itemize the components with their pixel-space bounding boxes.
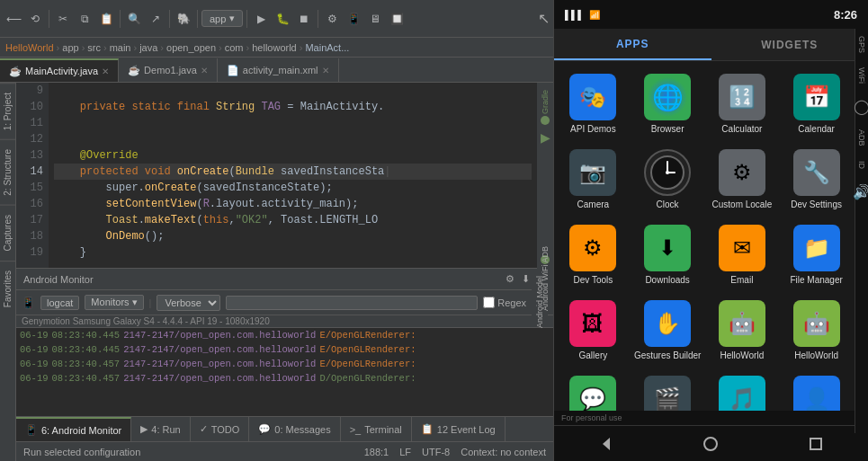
monitors-button[interactable]: Monitors ▾ [85,295,143,310]
app-item-calendar[interactable]: 📅 Calendar [781,68,852,140]
nav-home-button[interactable] [696,434,725,454]
close-tab-icon[interactable]: ✕ [102,66,109,76]
run-icon[interactable]: ▶ [251,9,271,29]
breadcrumb-item[interactable]: src [87,42,101,53]
device-icon[interactable]: 📱 [344,9,363,29]
app-item-movie-studio[interactable]: 🎬 Movie Studio [632,370,703,411]
app-item-file-manager[interactable]: 📁 File Manager [781,219,852,291]
app-item-gestures-builder[interactable]: ✋ Gestures Builder [632,295,703,367]
debug-icon[interactable]: 🐛 [273,9,292,29]
file-tab-demo1[interactable]: ☕ Demo1.java ✕ [119,58,218,82]
app-item-music[interactable]: 🎵 Music [707,370,778,411]
line-num-active: 14 [16,164,43,180]
app-item-custom-locale[interactable]: ⚙ Custom Locale [707,144,778,216]
sidebar-item-captures[interactable]: Captures [0,205,15,261]
volume-icon: 🔊 [853,183,868,200]
search-icon[interactable]: 🔍 [124,9,144,29]
breadcrumb-item[interactable]: app [62,42,78,53]
app-item-messaging[interactable]: 💬 Messaging [558,370,629,411]
monitor-download-icon[interactable]: ⬇ [522,273,530,285]
tab-label: 12 Event Log [437,424,496,435]
app-item-helloworld-1[interactable]: 🤖 HelloWorld [707,295,778,367]
android-app-tabs: APPS WIDGETS GPS WiFi ◯ ADB ID 🔊 [554,29,868,61]
find-icon[interactable]: ↗ [146,9,166,29]
app-item-camera[interactable]: 📷 Camera [558,144,629,216]
downloads-icon: ⬇ [644,225,691,271]
regex-label[interactable]: Regex [483,297,526,308]
nav-recents-button[interactable] [801,434,830,454]
app-item-downloads[interactable]: ⬇ Downloads [632,219,703,291]
app-item-dev-tools[interactable]: ⚙ Dev Tools [558,219,629,291]
close-tab-icon[interactable]: ✕ [322,66,329,75]
tab-run[interactable]: ▶ 4: Run [131,417,190,442]
monitor-gear-icon[interactable]: ⚙ [506,273,515,285]
sidebar-item-favorites[interactable]: Favorites [0,261,15,316]
cut-icon[interactable]: ✂ [53,9,73,29]
file-tab-label: Demo1.java [144,65,197,75]
breadcrumb-item[interactable]: com [225,42,244,53]
code-line: @Override [54,147,532,164]
app-item-email[interactable]: ✉ Email [707,219,778,291]
gps-label: GPS [857,36,866,53]
sdk-icon[interactable]: 🔲 [387,9,407,29]
logcat-button[interactable]: logcat [40,296,79,310]
tab-android-monitor[interactable]: 📱 6: Android Monitor [16,417,131,442]
file-tab-activity-main[interactable]: 📄 activity_main.xml ✕ [218,58,339,82]
code-line: } [54,244,532,261]
app-item-gallery[interactable]: 🖼 Gallery [558,295,629,367]
paste-icon[interactable]: 📋 [96,9,116,29]
breadcrumb-item[interactable]: helloworld [252,42,297,53]
code-editor[interactable]: 9 10 11 12 13 14 15 16 17 18 19 private … [16,83,553,268]
copy-icon[interactable]: ⧉ [75,9,94,29]
file-tab-mainactivity[interactable]: ☕ MainActivity.java ✕ [0,58,119,82]
settings-icon[interactable]: ⚙ [322,9,342,29]
ide-panel: ⟵ ⟲ ✂ ⧉ 📋 🔍 ↗ 🐘 app ▾ ▶ 🐛 ⏹ ⚙ 📱 🖥 🔲 ↖ He… [0,0,553,461]
sidebar-item-structure[interactable]: 2: Structure [0,139,15,205]
breadcrumb-item[interactable]: HelloWorld [5,42,54,53]
app-item-people[interactable]: 👤 People [781,370,852,411]
app-item-clock[interactable]: Clock [632,144,703,216]
breadcrumb-item[interactable]: java [139,42,157,53]
app-label: Gallery [579,350,608,361]
app-item-helloworld-2[interactable]: 🤖 HelloWorld [781,295,852,367]
gradle-gutter: Gradle ▶ [537,83,553,268]
tab-messages[interactable]: 💬 0: Messages [249,417,340,442]
breadcrumb-item[interactable]: main [110,42,131,53]
nav-back-button[interactable] [592,434,621,454]
monitors-label: Monitors [91,297,129,307]
app-label: Custom Locale [712,199,773,210]
avd-icon[interactable]: 🖥 [365,9,385,29]
gradle-icon[interactable]: 🐘 [174,9,193,29]
log-line: 06-19 08:23:40.445 2147-2147/open_open.c… [20,330,550,344]
app-item-dev-settings[interactable]: 🔧 Dev Settings [781,144,852,216]
verbose-select[interactable]: Verbose [157,295,220,311]
app-label: Dev Settings [791,199,842,210]
bottom-tabs: 📱 6: Android Monitor ▶ 4: Run ✓ TODO 💬 0… [16,416,553,441]
sidebar-item-project[interactable]: 1: Project [0,83,15,139]
app-item-api-demos[interactable]: 🎭 API Demos [558,68,629,140]
redo-icon[interactable]: ⟲ [25,9,45,29]
tab-apps[interactable]: APPS [554,29,711,60]
app-item-browser[interactable]: 🌐 Browser [632,68,703,140]
app-dropdown-button[interactable]: app ▾ [201,10,243,27]
app-item-calculator[interactable]: 🔢 Calculator [707,68,778,140]
file-tab-label: activity_main.xml [243,65,318,75]
undo-icon[interactable]: ⟵ [4,9,23,29]
stop-icon[interactable]: ⏹ [294,9,314,29]
todo-icon: ✓ [200,423,208,435]
regex-checkbox[interactable] [483,297,495,308]
gradle-label[interactable]: Gradle [541,90,550,114]
tab-todo[interactable]: ✓ TODO [191,417,250,442]
tab-event-log[interactable]: 📋 12 Event Log [412,417,506,442]
logcat-search-input[interactable] [226,296,478,310]
breadcrumb-item[interactable]: open_open [166,42,216,53]
android-status-icons: ▌▌▌ 📶 [565,10,600,20]
dropdown-arrow-icon: ▾ [229,13,235,24]
breadcrumb-item[interactable]: MainAct... [305,42,349,53]
gradle-run-icon[interactable]: ▶ [541,130,550,145]
code-content[interactable]: private static final String TAG = MainAc… [49,83,537,268]
close-tab-icon[interactable]: ✕ [201,66,208,75]
tab-widgets[interactable]: WIDGETS [711,29,869,60]
gradle-sync-icon[interactable] [541,116,550,125]
tab-terminal[interactable]: >_ Terminal [341,417,412,442]
